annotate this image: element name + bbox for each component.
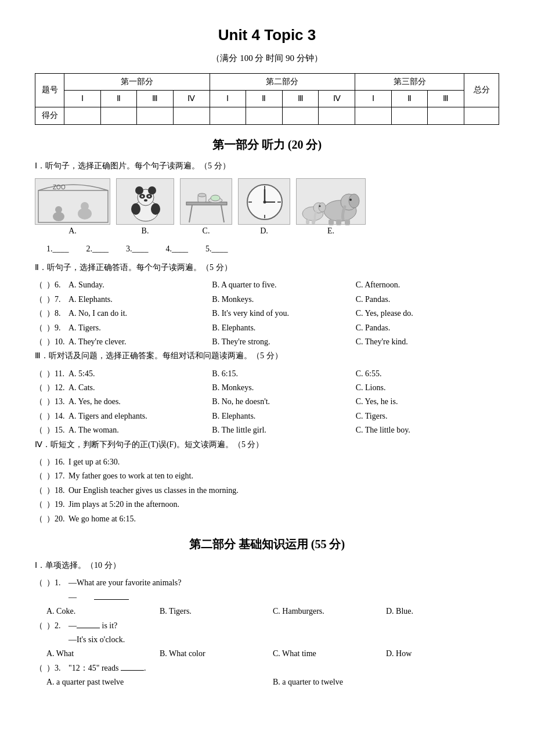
q1-num: ）1. xyxy=(46,577,68,589)
q2-row: （ ）2. — is it? xyxy=(35,620,499,632)
score-total-header: 总分 xyxy=(464,73,499,107)
image-B-label: B. xyxy=(142,225,149,237)
section4-instruction: Ⅳ．听短文，判断下列句子的正(T)误(F)。短文读两遍。（5 分） xyxy=(35,438,499,451)
image-A: ZOO A. xyxy=(35,178,110,237)
score-p2-IV: Ⅳ xyxy=(319,90,355,107)
q13-b: B. No, he doesn't. xyxy=(212,395,355,408)
q20-text: We go home at 6:15. xyxy=(68,513,499,525)
q7-paren: （ xyxy=(35,293,46,306)
q15-b: B. The little girl. xyxy=(212,424,355,437)
score-p1-I: Ⅰ xyxy=(64,90,101,107)
score-p3-II: Ⅱ xyxy=(391,90,428,107)
q8-row: （ ）8. A. No, I can do it. B. It's very k… xyxy=(35,307,499,320)
q18-paren: （ xyxy=(35,484,46,497)
blank-5: 5.____ xyxy=(205,243,228,255)
q15-row: （ ）15. A. The woman. B. The little girl.… xyxy=(35,424,499,437)
svg-point-42 xyxy=(319,206,321,207)
score-defen-p2-IV[interactable] xyxy=(319,107,355,124)
q11-paren: （ xyxy=(35,368,46,380)
q9-a: A. Tigers. xyxy=(68,322,212,334)
score-defen-p1-I[interactable] xyxy=(64,107,101,124)
q17-row: （ ）17. My father goes to work at ten to … xyxy=(35,470,499,483)
zoo-image: ZOO xyxy=(35,178,110,225)
q15-paren: （ xyxy=(35,424,46,437)
section3-instruction: Ⅲ．听对话及问题，选择正确答案。每组对话和问题读两遍。（5 分） xyxy=(35,350,499,362)
score-defen-p2-II[interactable] xyxy=(246,107,283,124)
image-D-label: D. xyxy=(260,225,268,237)
score-defen-p3-III[interactable] xyxy=(428,107,464,124)
svg-point-9 xyxy=(148,186,156,195)
q2-opt-b: B. What color xyxy=(160,647,273,660)
score-defen-p3-I[interactable] xyxy=(355,107,392,124)
svg-line-18 xyxy=(189,205,192,222)
svg-point-14 xyxy=(144,199,147,201)
q18-row: （ ）18. Our English teacher gives us clas… xyxy=(35,484,499,497)
svg-rect-44 xyxy=(312,219,315,224)
q15-num: ）15. xyxy=(46,424,68,437)
q15-c: C. The little boy. xyxy=(356,424,499,437)
score-defen-p3-II[interactable] xyxy=(391,107,428,124)
q17-paren: （ xyxy=(35,470,46,483)
svg-rect-37 xyxy=(336,219,341,225)
q11-num: ）11. xyxy=(46,368,68,380)
table-image xyxy=(180,178,232,225)
q7-b: B. Monkeys. xyxy=(212,293,355,306)
q3-row: （ ）3. "12：45" reads . xyxy=(35,662,499,675)
svg-point-41 xyxy=(319,203,326,212)
score-defen-p2-I[interactable] xyxy=(210,107,246,124)
score-part2-header: 第二部分 xyxy=(210,73,355,90)
score-defen-p1-III[interactable] xyxy=(137,107,174,124)
q6-a: A. Sunday. xyxy=(68,279,212,291)
clock-image xyxy=(238,178,290,225)
score-part1-header: 第一部分 xyxy=(64,73,210,90)
q20-paren: （ xyxy=(35,513,46,525)
q13-num: ）13. xyxy=(46,395,68,408)
q14-num: ）14. xyxy=(46,410,68,423)
score-p2-II: Ⅱ xyxy=(246,90,283,107)
svg-point-2 xyxy=(53,212,64,221)
q10-row: （ ）10. A. They're clever. B. They're str… xyxy=(35,336,499,348)
q12-paren: （ xyxy=(35,381,46,394)
blanks-row: 1.____ 2.____ 3.____ 4.____ 5.____ xyxy=(46,243,499,255)
score-defen-p1-II[interactable] xyxy=(100,107,137,124)
q14-row: （ ）14. A. Tigers and elephants. B. Eleph… xyxy=(35,410,499,423)
svg-text:ZOO: ZOO xyxy=(53,184,66,190)
score-p3-III: Ⅲ xyxy=(428,90,464,107)
q1-row: （ ）1. —What are your favorite animals? xyxy=(35,577,499,589)
q6-row: （ ）6. A. Sunday. B. A quarter to five. C… xyxy=(35,279,499,291)
q3-stem: "12：45" reads . xyxy=(68,662,499,675)
q9-paren: （ xyxy=(35,322,46,334)
section2-questions: （ ）6. A. Sunday. B. A quarter to five. C… xyxy=(35,279,499,348)
q13-c: C. Yes, he is. xyxy=(356,395,499,408)
q2-opt-c: C. What time xyxy=(273,647,386,660)
q10-num: ）10. xyxy=(46,336,68,348)
q8-c: C. Yes, please do. xyxy=(356,307,499,320)
page-title: Unit 4 Topic 3 xyxy=(35,23,499,48)
q9-c: C. Pandas. xyxy=(356,322,499,334)
q1-options-row: A. Coke. B. Tigers. C. Hamburgers. D. Bl… xyxy=(46,605,499,618)
q10-c: C. They're kind. xyxy=(356,336,499,348)
image-D: D. xyxy=(238,178,290,237)
q7-num: ）7. xyxy=(46,293,68,306)
q19-row: （ ）19. Jim plays at 5:20 in the afternoo… xyxy=(35,498,499,511)
q16-paren: （ xyxy=(35,456,46,469)
q7-a: A. Elephants. xyxy=(68,293,212,306)
svg-point-13 xyxy=(149,196,150,197)
score-part3-header: 第三部分 xyxy=(355,73,464,90)
q16-row: （ ）16. I get up at 6:30. xyxy=(35,456,499,469)
q3-options-row: A. a quarter past twelve B. a quarter to… xyxy=(46,676,499,689)
q2-num: ）2. xyxy=(46,620,68,632)
score-defen-total[interactable] xyxy=(464,107,499,124)
q3-opt-a: A. a quarter past twelve xyxy=(46,676,273,689)
score-defen-p1-IV[interactable] xyxy=(173,107,210,124)
q17-text: My father goes to work at ten to eight. xyxy=(68,470,499,483)
svg-point-31 xyxy=(264,201,266,204)
svg-rect-36 xyxy=(329,219,334,225)
svg-point-35 xyxy=(349,199,352,201)
score-p1-III: Ⅲ xyxy=(137,90,174,107)
images-row: ZOO A. xyxy=(35,178,499,237)
q8-num: ）8. xyxy=(46,307,68,320)
q13-row: （ ）13. A. Yes, he does. B. No, he doesn'… xyxy=(35,395,499,408)
score-defen-p2-III[interactable] xyxy=(282,107,319,124)
blank-4: 4.____ xyxy=(166,243,189,255)
